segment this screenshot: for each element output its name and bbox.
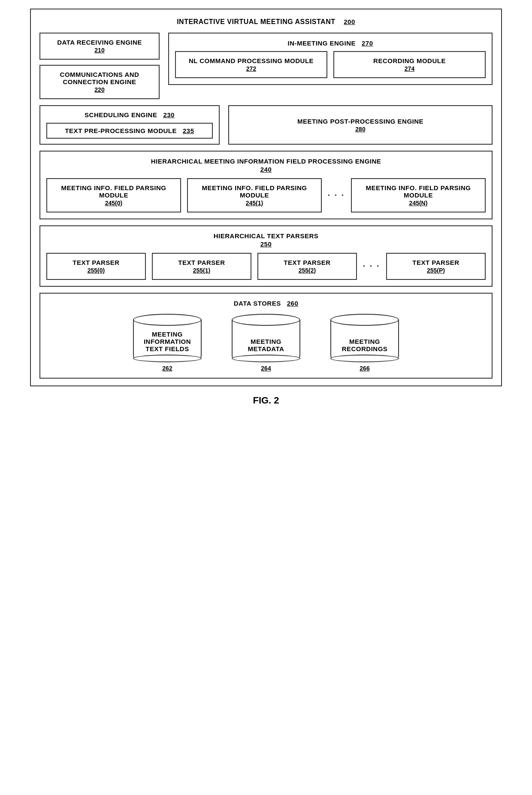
htp-ref: 250 — [46, 240, 486, 248]
text-parser-2: TEXT PARSER 255(2) — [257, 253, 357, 280]
scheduling-box: SCHEDULING ENGINE 230 TEXT PRE-PROCESSIN… — [39, 105, 220, 145]
ivma-container: INTERACTIVE VIRTUAL MEETING ASSISTANT 20… — [30, 9, 502, 386]
cylinder-2-ref: 266 — [360, 365, 369, 372]
recording-ref: 274 — [339, 65, 481, 72]
text-preprocessing-box: TEXT PRE-PROCESSING MODULE 235 — [46, 123, 213, 139]
text-parser-0-ref: 255(0) — [51, 267, 141, 274]
cylinder-2: MEETING RECORDINGS 266 — [322, 314, 408, 372]
in-meeting-inner: NL COMMAND PROCESSING MODULE 272 RECORDI… — [175, 51, 486, 78]
data-stores-title: DATA STORES 260 — [46, 300, 486, 307]
hmifpe-modules: MEETING INFO. FIELD PARSING MODULE 245(0… — [46, 178, 486, 212]
cylinder-0-ref: 262 — [162, 365, 172, 372]
htp-title: HIERARCHICAL TEXT PARSERS — [46, 232, 486, 240]
text-parser-0-label: TEXT PARSER — [51, 259, 141, 266]
comm-connection-ref: 220 — [45, 86, 154, 93]
cylinder-1-bottom — [232, 355, 300, 362]
cylinder-2-bottom — [330, 355, 399, 362]
text-parser-0: TEXT PARSER 255(0) — [46, 253, 146, 280]
top-row: DATA RECEIVING ENGINE 210 COMMUNICATIONS… — [39, 33, 493, 99]
text-parser-1: TEXT PARSER 255(1) — [152, 253, 251, 280]
cylinder-2-top — [330, 314, 399, 326]
cylinder-0-top — [133, 314, 202, 326]
comm-connection-label: COMMUNICATIONS AND CONNECTION ENGINE — [45, 71, 154, 85]
htp-box: HIERARCHICAL TEXT PARSERS 250 TEXT PARSE… — [39, 225, 493, 287]
hmifpe-module-n-ref: 245(N) — [356, 200, 481, 206]
left-col: DATA RECEIVING ENGINE 210 COMMUNICATIONS… — [39, 33, 160, 99]
in-meeting-title: IN-MEETING ENGINE 270 — [175, 39, 486, 47]
cylinder-0-label: MEETING INFORMATION TEXT FIELDS — [138, 331, 196, 352]
htp-ellipsis: · · · — [363, 262, 380, 271]
scheduling-title: SCHEDULING ENGINE 230 — [46, 111, 213, 118]
cylinder-2-label: MEETING RECORDINGS — [336, 338, 394, 352]
diagram-container: INTERACTIVE VIRTUAL MEETING ASSISTANT 20… — [30, 9, 502, 406]
cylinder-0: MEETING INFORMATION TEXT FIELDS 262 — [124, 314, 210, 372]
hmifpe-module-1-label: MEETING INFO. FIELD PARSING MODULE — [192, 184, 317, 199]
in-meeting-box: IN-MEETING ENGINE 270 NL COMMAND PROCESS… — [168, 33, 493, 85]
hmifpe-module-1: MEETING INFO. FIELD PARSING MODULE 245(1… — [187, 178, 322, 212]
hmifpe-module-n: MEETING INFO. FIELD PARSING MODULE 245(N… — [351, 178, 486, 212]
cylinder-1-ref: 264 — [261, 365, 271, 372]
recording-box: RECORDING MODULE 274 — [333, 51, 486, 78]
text-parser-p: TEXT PARSER 255(P) — [386, 253, 486, 280]
hmifpe-ref: 240 — [46, 166, 486, 173]
htp-modules: TEXT PARSER 255(0) TEXT PARSER 255(1) TE… — [46, 253, 486, 280]
data-receiving-ref: 210 — [45, 47, 154, 54]
text-parser-1-label: TEXT PARSER — [157, 259, 246, 266]
nl-command-label: NL COMMAND PROCESSING MODULE — [180, 57, 322, 64]
data-receiving-box: DATA RECEIVING ENGINE 210 — [39, 33, 160, 60]
nl-command-ref: 272 — [180, 65, 322, 72]
text-parser-p-ref: 255(P) — [391, 267, 481, 274]
nl-command-box: NL COMMAND PROCESSING MODULE 272 — [175, 51, 327, 78]
text-parser-1-ref: 255(1) — [157, 267, 246, 274]
text-preprocessing-label: TEXT PRE-PROCESSING MODULE 235 — [53, 127, 206, 134]
ds-modules: MEETING INFORMATION TEXT FIELDS 262 MEET… — [46, 314, 486, 372]
hmifpe-module-0-label: MEETING INFO. FIELD PARSING MODULE — [51, 184, 176, 199]
recording-label: RECORDING MODULE — [339, 57, 481, 64]
hmifpe-ellipsis: · · · — [328, 191, 345, 200]
in-meeting-col: IN-MEETING ENGINE 270 NL COMMAND PROCESS… — [168, 33, 493, 99]
ivma-ref: 200 — [344, 18, 355, 25]
cylinder-1-label: MEETING METADATA — [237, 338, 295, 352]
text-parser-2-ref: 255(2) — [263, 267, 352, 274]
data-stores-box: DATA STORES 260 MEETING INFORMATION TEXT… — [39, 293, 493, 379]
hmifpe-title: HIERARCHICAL MEETING INFORMATION FIELD P… — [46, 158, 486, 165]
hmifpe-module-0-ref: 245(0) — [51, 200, 176, 206]
comm-connection-box: COMMUNICATIONS AND CONNECTION ENGINE 220 — [39, 65, 160, 99]
hmifpe-module-1-ref: 245(1) — [192, 200, 317, 206]
cylinder-1-top — [232, 314, 300, 326]
cylinder-1: MEETING METADATA 264 — [223, 314, 309, 372]
second-row: SCHEDULING ENGINE 230 TEXT PRE-PROCESSIN… — [39, 105, 493, 145]
text-parser-p-label: TEXT PARSER — [391, 259, 481, 266]
ivma-title: INTERACTIVE VIRTUAL MEETING ASSISTANT 20… — [39, 18, 493, 26]
meeting-post-ref: 280 — [355, 126, 365, 133]
hmifpe-module-n-label: MEETING INFO. FIELD PARSING MODULE — [356, 184, 481, 199]
meeting-post-box: MEETING POST-PROCESSING ENGINE 280 — [228, 105, 493, 145]
ivma-label: INTERACTIVE VIRTUAL MEETING ASSISTANT — [177, 18, 335, 25]
meeting-post-label: MEETING POST-PROCESSING ENGINE — [297, 118, 423, 125]
hmifpe-module-0: MEETING INFO. FIELD PARSING MODULE 245(0… — [46, 178, 181, 212]
data-receiving-label: DATA RECEIVING ENGINE — [45, 39, 154, 46]
hmifpe-box: HIERARCHICAL MEETING INFORMATION FIELD P… — [39, 151, 493, 219]
cylinder-0-bottom — [133, 355, 202, 362]
fig-label: FIG. 2 — [30, 395, 502, 406]
text-parser-2-label: TEXT PARSER — [263, 259, 352, 266]
